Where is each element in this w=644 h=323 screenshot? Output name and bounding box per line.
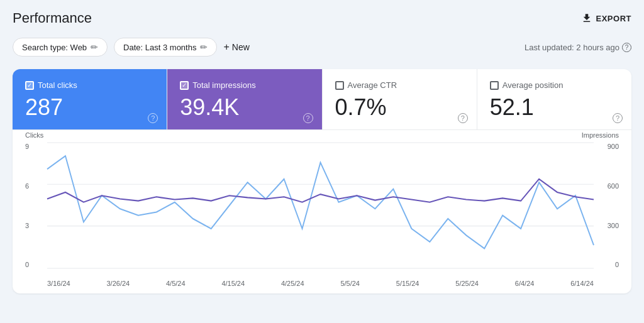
last-updated: Last updated: 2 hours ago ? (525, 43, 631, 52)
search-type-label: Search type: Web (22, 43, 87, 52)
metric-label-clicks: Total clicks (38, 80, 77, 90)
date-filter[interactable]: Date: Last 3 months ✏ (114, 38, 217, 57)
chart-area: Clicks Impressions 9 6 3 0 900 600 300 0 (25, 143, 619, 287)
metric-checkbox-clicks[interactable] (25, 81, 34, 90)
main-card: Total clicks 287 ? Total impressions 39.… (13, 69, 631, 293)
metric-label-ctr: Average CTR (348, 80, 397, 90)
date-label: Date: Last 3 months (123, 43, 196, 52)
metric-label-impressions: Total impressions (192, 80, 255, 90)
metric-value-position: 52.1 (490, 94, 619, 121)
metric-header-clicks: Total clicks (25, 80, 154, 90)
toolbar: Search type: Web ✏ Date: Last 3 months ✏… (13, 38, 631, 57)
impressions-line (47, 179, 594, 202)
x-axis-labels: 3/16/24 3/26/24 4/5/24 4/15/24 4/25/24 5… (47, 280, 594, 287)
chart-section: Clicks Impressions 9 6 3 0 900 600 300 0 (13, 130, 631, 293)
metric-total-clicks[interactable]: Total clicks 287 ? (13, 69, 167, 129)
metric-info-clicks[interactable]: ? (148, 113, 158, 123)
clicks-line (47, 156, 594, 248)
chart-inner (47, 143, 594, 268)
axis-label-left: Clicks (25, 131, 43, 139)
page-title: Performance (13, 10, 92, 26)
metric-value-ctr: 0.7% (335, 94, 464, 121)
search-type-filter[interactable]: Search type: Web ✏ (13, 38, 108, 57)
metric-info-position[interactable]: ? (613, 113, 623, 123)
export-icon (581, 13, 592, 24)
metric-average-ctr[interactable]: Average CTR 0.7% ? (323, 69, 477, 129)
metrics-row: Total clicks 287 ? Total impressions 39.… (13, 69, 631, 130)
metric-header-ctr: Average CTR (335, 80, 464, 90)
edit-date-icon: ✏ (200, 42, 208, 52)
metric-total-impressions[interactable]: Total impressions 39.4K ? (167, 69, 322, 129)
metric-checkbox-position[interactable] (490, 81, 499, 90)
header: Performance EXPORT (13, 10, 631, 26)
new-label: New (232, 42, 250, 52)
export-button[interactable]: EXPORT (581, 13, 631, 24)
info-icon: ? (622, 43, 631, 52)
metric-header-position: Average position (490, 80, 619, 90)
page-container: Performance EXPORT Search type: Web ✏ Da… (0, 0, 644, 323)
metric-checkbox-ctr[interactable] (335, 81, 344, 90)
y-axis-left-labels: 9 6 3 0 (25, 143, 44, 268)
chart-svg (47, 143, 594, 268)
metric-header-impressions: Total impressions (180, 80, 309, 90)
edit-search-type-icon: ✏ (91, 42, 98, 52)
y-axis-right-labels: 900 600 300 0 (597, 143, 619, 268)
metric-value-clicks: 287 (25, 94, 154, 121)
metric-label-position: Average position (502, 80, 564, 90)
axis-label-right: Impressions (582, 131, 619, 139)
metric-average-position[interactable]: Average position 52.1 ? (477, 69, 631, 129)
export-label: EXPORT (596, 14, 631, 23)
metric-info-impressions[interactable]: ? (303, 113, 313, 123)
metric-value-impressions: 39.4K (180, 94, 309, 121)
metric-info-ctr[interactable]: ? (458, 113, 468, 123)
plus-icon: + (223, 41, 229, 53)
new-button[interactable]: + New (223, 41, 249, 53)
metric-checkbox-impressions[interactable] (180, 81, 189, 90)
